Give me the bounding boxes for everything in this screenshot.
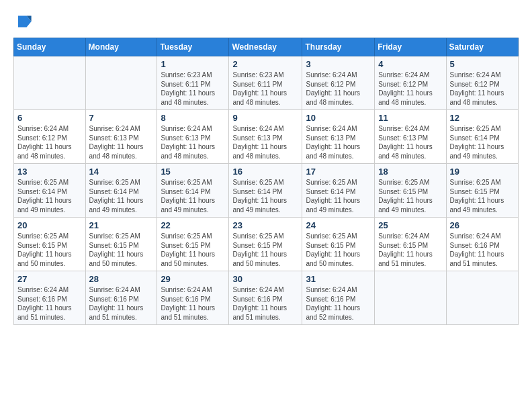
day-number: 20	[17, 220, 82, 230]
day-cell: 2Sunrise: 6:23 AM Sunset: 6:11 PM Daylig…	[229, 56, 302, 110]
day-number: 22	[161, 220, 225, 230]
day-cell: 10Sunrise: 6:24 AM Sunset: 6:13 PM Dayli…	[302, 110, 375, 164]
day-cell: 23Sunrise: 6:25 AM Sunset: 6:15 PM Dayli…	[229, 218, 302, 271]
day-number: 16	[232, 167, 298, 177]
day-cell	[446, 271, 518, 325]
day-number: 14	[89, 167, 154, 177]
day-info: Sunrise: 6:25 AM Sunset: 6:14 PM Dayligh…	[89, 178, 154, 214]
header-cell-wednesday: Wednesday	[229, 38, 302, 56]
day-number: 26	[450, 220, 515, 230]
day-cell: 7Sunrise: 6:24 AM Sunset: 6:13 PM Daylig…	[85, 110, 157, 164]
calendar-body: 1Sunrise: 6:23 AM Sunset: 6:11 PM Daylig…	[14, 56, 519, 325]
calendar-table: SundayMondayTuesdayWednesdayThursdayFrid…	[13, 38, 519, 325]
day-number: 23	[232, 220, 298, 230]
day-info: Sunrise: 6:25 AM Sunset: 6:15 PM Dayligh…	[89, 232, 154, 268]
day-cell: 24Sunrise: 6:25 AM Sunset: 6:15 PM Dayli…	[302, 218, 375, 271]
day-cell: 28Sunrise: 6:24 AM Sunset: 6:16 PM Dayli…	[85, 271, 157, 325]
page: SundayMondayTuesdayWednesdayThursdayFrid…	[0, 0, 532, 411]
day-info: Sunrise: 6:25 AM Sunset: 6:15 PM Dayligh…	[378, 178, 442, 214]
day-cell: 20Sunrise: 6:25 AM Sunset: 6:15 PM Dayli…	[14, 218, 86, 271]
day-number: 19	[450, 167, 515, 177]
week-row-2: 6Sunrise: 6:24 AM Sunset: 6:12 PM Daylig…	[14, 110, 519, 164]
day-info: Sunrise: 6:23 AM Sunset: 6:11 PM Dayligh…	[232, 71, 298, 107]
day-number: 5	[450, 59, 515, 69]
day-cell: 31Sunrise: 6:24 AM Sunset: 6:16 PM Dayli…	[302, 271, 375, 325]
header-cell-sunday: Sunday	[14, 38, 86, 56]
day-number: 30	[232, 274, 298, 284]
day-info: Sunrise: 6:24 AM Sunset: 6:16 PM Dayligh…	[306, 285, 371, 322]
day-info: Sunrise: 6:25 AM Sunset: 6:15 PM Dayligh…	[306, 232, 371, 268]
day-cell: 27Sunrise: 6:24 AM Sunset: 6:16 PM Dayli…	[14, 271, 86, 325]
day-info: Sunrise: 6:24 AM Sunset: 6:12 PM Dayligh…	[17, 124, 82, 161]
day-cell: 6Sunrise: 6:24 AM Sunset: 6:12 PM Daylig…	[14, 110, 86, 164]
day-cell: 9Sunrise: 6:24 AM Sunset: 6:13 PM Daylig…	[229, 110, 302, 164]
day-cell	[375, 271, 446, 325]
day-cell: 8Sunrise: 6:24 AM Sunset: 6:13 PM Daylig…	[157, 110, 229, 164]
day-cell: 11Sunrise: 6:24 AM Sunset: 6:13 PM Dayli…	[375, 110, 446, 164]
day-number: 11	[378, 113, 442, 123]
day-cell	[14, 56, 86, 110]
week-row-3: 13Sunrise: 6:25 AM Sunset: 6:14 PM Dayli…	[14, 164, 519, 218]
day-info: Sunrise: 6:24 AM Sunset: 6:16 PM Dayligh…	[450, 232, 515, 268]
day-number: 4	[378, 59, 442, 69]
day-info: Sunrise: 6:25 AM Sunset: 6:15 PM Dayligh…	[17, 232, 82, 268]
day-cell: 17Sunrise: 6:25 AM Sunset: 6:14 PM Dayli…	[302, 164, 375, 218]
week-row-4: 20Sunrise: 6:25 AM Sunset: 6:15 PM Dayli…	[14, 218, 519, 271]
day-cell: 16Sunrise: 6:25 AM Sunset: 6:14 PM Dayli…	[229, 164, 302, 218]
day-number: 13	[17, 167, 82, 177]
day-number: 21	[89, 220, 154, 230]
day-cell: 26Sunrise: 6:24 AM Sunset: 6:16 PM Dayli…	[446, 218, 518, 271]
day-cell: 25Sunrise: 6:24 AM Sunset: 6:15 PM Dayli…	[375, 218, 446, 271]
day-info: Sunrise: 6:24 AM Sunset: 6:16 PM Dayligh…	[232, 285, 298, 322]
day-cell: 3Sunrise: 6:24 AM Sunset: 6:12 PM Daylig…	[302, 56, 375, 110]
day-info: Sunrise: 6:24 AM Sunset: 6:16 PM Dayligh…	[161, 285, 225, 322]
day-info: Sunrise: 6:25 AM Sunset: 6:15 PM Dayligh…	[232, 232, 298, 268]
day-info: Sunrise: 6:23 AM Sunset: 6:11 PM Dayligh…	[161, 71, 225, 107]
logo	[13, 12, 35, 31]
day-number: 25	[378, 220, 442, 230]
logo-icon	[13, 12, 32, 31]
day-cell: 21Sunrise: 6:25 AM Sunset: 6:15 PM Dayli…	[85, 218, 157, 271]
day-number: 2	[232, 59, 298, 69]
day-cell: 30Sunrise: 6:24 AM Sunset: 6:16 PM Dayli…	[229, 271, 302, 325]
day-info: Sunrise: 6:25 AM Sunset: 6:14 PM Dayligh…	[17, 178, 82, 214]
day-info: Sunrise: 6:25 AM Sunset: 6:15 PM Dayligh…	[161, 232, 225, 268]
day-cell: 15Sunrise: 6:25 AM Sunset: 6:14 PM Dayli…	[157, 164, 229, 218]
day-cell: 19Sunrise: 6:25 AM Sunset: 6:15 PM Dayli…	[446, 164, 518, 218]
week-row-5: 27Sunrise: 6:24 AM Sunset: 6:16 PM Dayli…	[14, 271, 519, 325]
header-row: SundayMondayTuesdayWednesdayThursdayFrid…	[14, 38, 519, 56]
header-cell-thursday: Thursday	[302, 38, 375, 56]
day-info: Sunrise: 6:24 AM Sunset: 6:16 PM Dayligh…	[89, 285, 154, 322]
day-info: Sunrise: 6:24 AM Sunset: 6:13 PM Dayligh…	[161, 124, 225, 161]
header-cell-friday: Friday	[375, 38, 446, 56]
day-number: 7	[89, 113, 154, 123]
calendar-header: SundayMondayTuesdayWednesdayThursdayFrid…	[14, 38, 519, 56]
day-number: 1	[161, 59, 225, 69]
day-number: 27	[17, 274, 82, 284]
day-info: Sunrise: 6:24 AM Sunset: 6:13 PM Dayligh…	[89, 124, 154, 161]
day-number: 29	[161, 274, 225, 284]
day-info: Sunrise: 6:24 AM Sunset: 6:12 PM Dayligh…	[306, 71, 371, 107]
day-number: 8	[161, 113, 225, 123]
day-info: Sunrise: 6:24 AM Sunset: 6:12 PM Dayligh…	[450, 71, 515, 107]
day-number: 9	[232, 113, 298, 123]
day-info: Sunrise: 6:24 AM Sunset: 6:13 PM Dayligh…	[232, 124, 298, 161]
header-cell-monday: Monday	[85, 38, 157, 56]
day-number: 31	[306, 274, 371, 284]
day-number: 10	[306, 113, 371, 123]
day-cell: 14Sunrise: 6:25 AM Sunset: 6:14 PM Dayli…	[85, 164, 157, 218]
day-number: 12	[450, 113, 515, 123]
day-number: 3	[306, 59, 371, 69]
day-number: 28	[89, 274, 154, 284]
day-info: Sunrise: 6:25 AM Sunset: 6:14 PM Dayligh…	[450, 124, 515, 161]
day-cell: 4Sunrise: 6:24 AM Sunset: 6:12 PM Daylig…	[375, 56, 446, 110]
header-cell-saturday: Saturday	[446, 38, 518, 56]
day-info: Sunrise: 6:25 AM Sunset: 6:15 PM Dayligh…	[450, 178, 515, 214]
day-info: Sunrise: 6:25 AM Sunset: 6:14 PM Dayligh…	[306, 178, 371, 214]
day-cell: 12Sunrise: 6:25 AM Sunset: 6:14 PM Dayli…	[446, 110, 518, 164]
day-number: 24	[306, 220, 371, 230]
day-info: Sunrise: 6:24 AM Sunset: 6:15 PM Dayligh…	[378, 232, 442, 268]
day-cell: 5Sunrise: 6:24 AM Sunset: 6:12 PM Daylig…	[446, 56, 518, 110]
day-cell	[85, 56, 157, 110]
day-cell: 13Sunrise: 6:25 AM Sunset: 6:14 PM Dayli…	[14, 164, 86, 218]
